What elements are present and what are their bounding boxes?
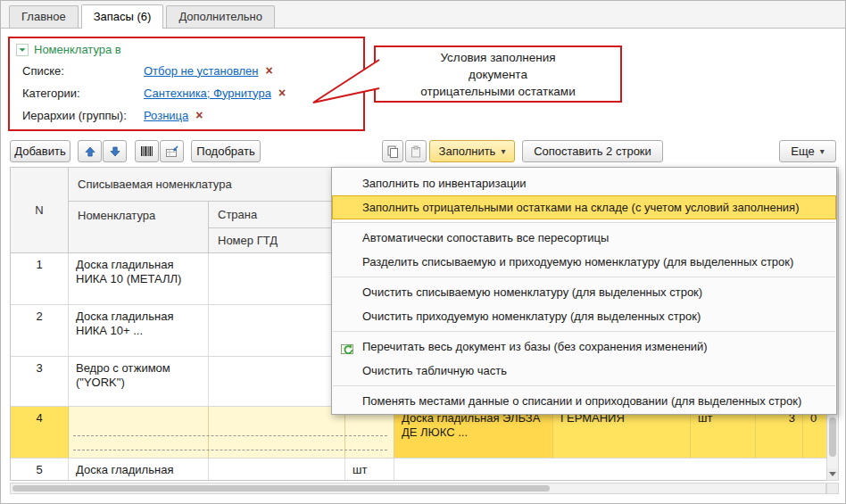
row-number-cell: 5	[11, 459, 69, 481]
menu-separator	[333, 331, 835, 332]
menu-item-clear-incoming-nomenclature[interactable]: Очистить приходуемую номенклатуру (для в…	[332, 304, 836, 328]
menu-item-label: Очистить табличную часть	[362, 364, 507, 377]
horizontal-scrollbar-thumb[interactable]	[12, 485, 550, 492]
column-header-country: Страна	[209, 202, 345, 228]
row-number-cell: 3	[11, 357, 69, 407]
clear-filter-icon[interactable]: ×	[195, 109, 203, 121]
menu-item-label: Заполнить отрицательными остатками на ск…	[362, 201, 800, 214]
tab-additional-label: Дополнительно	[178, 10, 262, 23]
tab-main[interactable]: Главное	[9, 5, 79, 28]
match-two-rows-label: Сопоставить 2 строки	[534, 145, 651, 158]
paste-rows-button[interactable]	[405, 140, 427, 162]
move-up-button[interactable]	[78, 140, 102, 162]
match-two-rows-button[interactable]: Сопоставить 2 строки	[522, 140, 663, 162]
country-edit-cell[interactable]	[209, 407, 345, 459]
annotation-callout: Условия заполнения документа отрицательн…	[374, 45, 622, 103]
copy-icon	[386, 145, 399, 158]
clear-filter-icon[interactable]: ×	[266, 64, 273, 77]
scroll-down-icon	[829, 472, 836, 476]
menu-item-auto-match-regrading[interactable]: Автоматически сопоставить все пересортиц…	[332, 226, 836, 250]
menu-item-label: Очистить списываемую номенклатуру (для в…	[362, 285, 702, 299]
horizontal-scrollbar[interactable]	[10, 483, 826, 494]
nomenclature-cell[interactable]: Доска гладильная	[69, 459, 209, 481]
menu-item-reread-document[interactable]: Перечитать весь документ из базы (без со…	[332, 335, 836, 359]
menu-item-clear-writeoff-nomenclature[interactable]: Очистить списываемую номенклатуру (для в…	[332, 280, 836, 304]
menu-item-label: Разделить списываемую и приходуемую номе…	[362, 255, 793, 269]
menu-separator	[333, 222, 835, 223]
filter-group-header[interactable]: Номенклатура в	[16, 43, 121, 56]
menu-item-label: Перечитать весь документ из базы (без со…	[362, 340, 708, 353]
toolbar: Добавить Подобрать	[10, 140, 836, 162]
pick-button[interactable]: Подобрать	[191, 140, 261, 162]
add-button[interactable]: Добавить	[10, 140, 70, 162]
clear-filter-icon[interactable]: ×	[278, 87, 286, 99]
country-cell[interactable]	[209, 357, 345, 407]
more-button[interactable]: Еще ▾	[779, 140, 836, 162]
menu-item-swap-writeoff-incoming[interactable]: Поменять местами данные о списании и опр…	[332, 389, 836, 413]
copy-rows-button[interactable]	[382, 140, 403, 162]
menu-item-label: Автоматически сопоставить все пересортиц…	[362, 231, 609, 244]
barcode-scan-button[interactable]	[135, 140, 159, 162]
load-from-terminal-button[interactable]	[160, 140, 184, 162]
country-cell[interactable]	[209, 459, 345, 481]
document-window: Главное Запасы (6) Дополнительно Номенкл…	[0, 0, 846, 504]
add-button-label: Добавить	[14, 145, 65, 158]
import-table-icon	[165, 145, 179, 158]
move-down-button[interactable]	[103, 140, 127, 162]
fill-button[interactable]: Заполнить ▾	[429, 140, 515, 162]
menu-item-split-writeoff-incoming[interactable]: Разделить списываемую и приходуемую номе…	[332, 250, 836, 274]
fill-button-label: Заполнить	[439, 145, 496, 158]
table-row[interactable]: 5 Доска гладильная шт	[11, 459, 826, 481]
filter-row-list: Списке: Отбор не установлен ×	[22, 62, 273, 78]
callout-line: отрицательными остатками	[420, 83, 575, 100]
dropdown-caret-icon: ▾	[501, 146, 505, 156]
reread-document-icon	[340, 339, 354, 353]
callout-line: документа	[469, 66, 527, 83]
row-number-cell: 2	[11, 305, 69, 357]
paste-icon	[410, 145, 422, 158]
menu-item-fill-negative-balances[interactable]: Заполнить отрицательными остатками на ск…	[332, 195, 836, 219]
country-cell[interactable]	[209, 305, 345, 357]
scrollbar-corner	[826, 483, 839, 494]
menu-separator	[333, 277, 835, 277]
filter-row-categories: Категории: Сантехника; Фурнитура ×	[22, 85, 286, 101]
filter-value-categories-link[interactable]: Сантехника; Фурнитура	[144, 87, 271, 100]
nomenclature-edit-cell[interactable]	[69, 407, 209, 459]
unit-cell[interactable]: шт	[345, 459, 394, 481]
barcode-icon	[140, 145, 153, 157]
column-header-n: N	[11, 168, 69, 253]
tab-stocks-label: Запасы (6)	[94, 10, 152, 23]
scroll-down-button[interactable]	[827, 468, 838, 480]
filter-value-hierarchy-link[interactable]: Розница	[144, 109, 188, 122]
chevron-down-icon[interactable]	[16, 44, 29, 56]
tab-stocks[interactable]: Запасы (6)	[81, 4, 164, 29]
menu-item-label: Поменять местами данные о списании и опр…	[362, 394, 801, 408]
nomenclature-cell[interactable]: Доска гладильная НИКА 10 (МЕТАЛЛ)	[69, 253, 209, 305]
nomenclature-cell[interactable]: Доска гладильная НИКА 10+ ...	[69, 305, 209, 357]
menu-separator	[333, 385, 835, 386]
nomenclature-cell[interactable]: Ведро с отжимом ("YORK")	[69, 357, 209, 407]
filter-label-list: Списке:	[22, 64, 137, 78]
filter-label-categories: Категории:	[22, 87, 137, 100]
vertical-scrollbar-thumb[interactable]	[829, 417, 836, 457]
fill-dropdown-menu: Заполнить по инвентаризации Заполнить от…	[331, 167, 837, 415]
arrow-up-icon	[84, 145, 96, 158]
dropdown-caret-icon: ▾	[820, 146, 825, 156]
edit-field-underline	[73, 435, 387, 436]
callout-line: Условия заполнения	[440, 49, 555, 66]
tab-strip: Главное Запасы (6) Дополнительно	[1, 1, 845, 29]
tab-additional[interactable]: Дополнительно	[166, 5, 275, 28]
filter-group-title: Номенклатура в	[34, 43, 121, 56]
menu-item-label: Очистить приходуемую номенклатуру (для в…	[362, 310, 701, 323]
filter-value-list-link[interactable]: Отбор не установлен	[144, 64, 259, 78]
country-cell[interactable]	[209, 253, 345, 305]
row-number-cell: 1	[11, 253, 69, 305]
row-number-cell: 4	[11, 407, 69, 459]
menu-item-clear-tabular-section[interactable]: Очистить табличную часть	[332, 359, 836, 383]
more-button-label: Еще	[791, 145, 814, 158]
arrow-down-icon	[109, 145, 121, 158]
edit-field-underline	[73, 450, 387, 450]
tab-main-label: Главное	[21, 10, 66, 23]
column-header-nomenclature: Номенклатура	[69, 202, 209, 253]
menu-item-fill-by-inventory[interactable]: Заполнить по инвентаризации	[332, 171, 836, 195]
